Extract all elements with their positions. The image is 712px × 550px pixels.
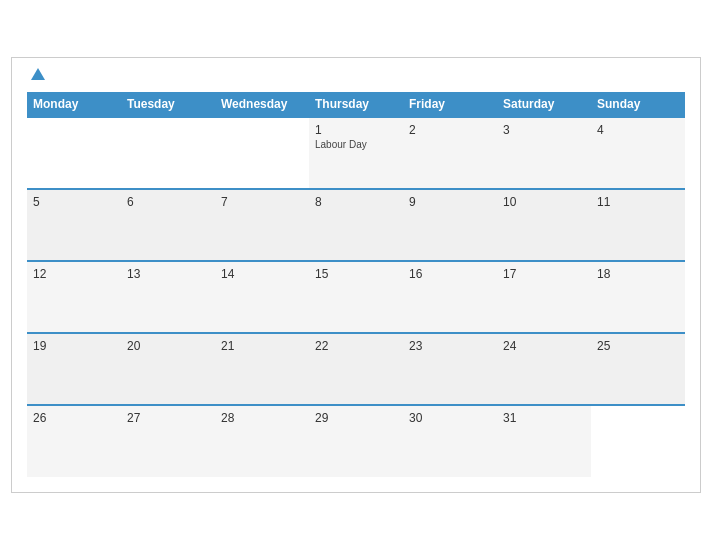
calendar-cell: 23 (403, 333, 497, 405)
day-number: 9 (409, 195, 491, 209)
day-number: 28 (221, 411, 303, 425)
calendar-cell: 18 (591, 261, 685, 333)
weekday-header-wednesday: Wednesday (215, 92, 309, 117)
calendar-header (27, 68, 685, 80)
calendar-cell (215, 117, 309, 189)
calendar-cell: 27 (121, 405, 215, 477)
day-number: 30 (409, 411, 491, 425)
calendar-cell: 11 (591, 189, 685, 261)
calendar-container: MondayTuesdayWednesdayThursdayFridaySatu… (11, 57, 701, 493)
day-number: 8 (315, 195, 397, 209)
calendar-week-row: 567891011 (27, 189, 685, 261)
day-number: 12 (33, 267, 115, 281)
calendar-cell: 3 (497, 117, 591, 189)
day-number: 26 (33, 411, 115, 425)
calendar-cell: 19 (27, 333, 121, 405)
calendar-cell: 29 (309, 405, 403, 477)
weekday-header-sunday: Sunday (591, 92, 685, 117)
day-number: 18 (597, 267, 679, 281)
day-number: 2 (409, 123, 491, 137)
day-number: 23 (409, 339, 491, 353)
calendar-cell: 4 (591, 117, 685, 189)
day-number: 10 (503, 195, 585, 209)
day-number: 7 (221, 195, 303, 209)
day-number: 13 (127, 267, 209, 281)
weekday-header-thursday: Thursday (309, 92, 403, 117)
calendar-cell: 25 (591, 333, 685, 405)
day-number: 19 (33, 339, 115, 353)
calendar-cell: 31 (497, 405, 591, 477)
day-number: 29 (315, 411, 397, 425)
calendar-week-row: 262728293031 (27, 405, 685, 477)
calendar-cell: 16 (403, 261, 497, 333)
day-number: 5 (33, 195, 115, 209)
calendar-body: 1Labour Day23456789101112131415161718192… (27, 117, 685, 477)
calendar-cell: 22 (309, 333, 403, 405)
day-number: 25 (597, 339, 679, 353)
calendar-cell: 10 (497, 189, 591, 261)
weekday-header-tuesday: Tuesday (121, 92, 215, 117)
calendar-cell: 14 (215, 261, 309, 333)
calendar-cell: 12 (27, 261, 121, 333)
calendar-table: MondayTuesdayWednesdayThursdayFridaySatu… (27, 92, 685, 477)
day-number: 16 (409, 267, 491, 281)
day-number: 3 (503, 123, 585, 137)
calendar-cell: 1Labour Day (309, 117, 403, 189)
calendar-cell (27, 117, 121, 189)
calendar-cell: 26 (27, 405, 121, 477)
day-number: 17 (503, 267, 585, 281)
logo (27, 68, 45, 80)
day-number: 31 (503, 411, 585, 425)
calendar-cell: 5 (27, 189, 121, 261)
weekday-header-monday: Monday (27, 92, 121, 117)
day-number: 6 (127, 195, 209, 209)
day-number: 24 (503, 339, 585, 353)
weekday-header-saturday: Saturday (497, 92, 591, 117)
day-number: 20 (127, 339, 209, 353)
day-number: 14 (221, 267, 303, 281)
day-number: 4 (597, 123, 679, 137)
day-number: 21 (221, 339, 303, 353)
calendar-cell: 8 (309, 189, 403, 261)
calendar-cell: 6 (121, 189, 215, 261)
day-event: Labour Day (315, 139, 397, 150)
weekday-header-row: MondayTuesdayWednesdayThursdayFridaySatu… (27, 92, 685, 117)
calendar-cell: 20 (121, 333, 215, 405)
calendar-cell: 9 (403, 189, 497, 261)
day-number: 1 (315, 123, 397, 137)
calendar-cell: 17 (497, 261, 591, 333)
calendar-cell (121, 117, 215, 189)
calendar-week-row: 1Labour Day234 (27, 117, 685, 189)
logo-triangle-icon (31, 68, 45, 80)
calendar-cell: 7 (215, 189, 309, 261)
calendar-cell: 13 (121, 261, 215, 333)
calendar-cell: 2 (403, 117, 497, 189)
calendar-cell: 15 (309, 261, 403, 333)
day-number: 15 (315, 267, 397, 281)
calendar-cell: 21 (215, 333, 309, 405)
day-number: 22 (315, 339, 397, 353)
calendar-week-row: 12131415161718 (27, 261, 685, 333)
calendar-cell: 24 (497, 333, 591, 405)
weekday-header-friday: Friday (403, 92, 497, 117)
day-number: 11 (597, 195, 679, 209)
calendar-cell: 28 (215, 405, 309, 477)
calendar-cell (591, 405, 685, 477)
day-number: 27 (127, 411, 209, 425)
calendar-week-row: 19202122232425 (27, 333, 685, 405)
calendar-cell: 30 (403, 405, 497, 477)
